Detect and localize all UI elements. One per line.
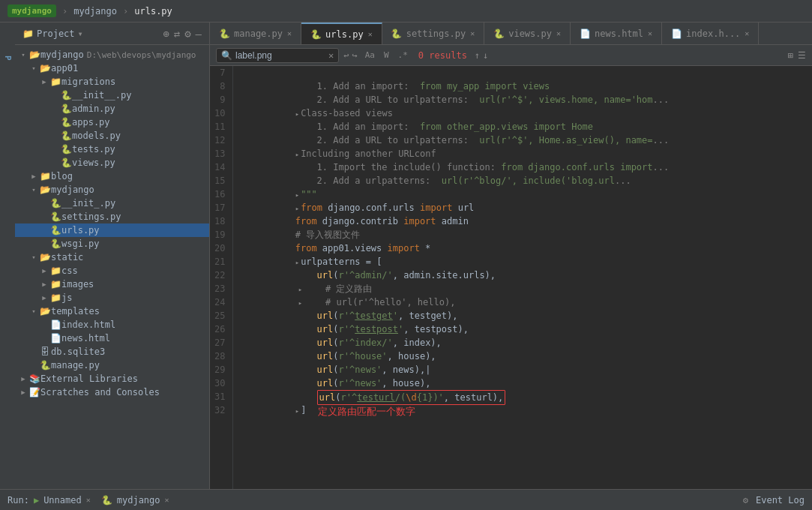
tree-migrations[interactable]: ▶ 📁 migrations	[15, 75, 209, 88]
code-line-10: 1. Add an import: from other_app.views i…	[241, 106, 805, 120]
project-panel-header: 📁 Project ▾ ⊕ ⇄ ⚙ —	[15, 22, 209, 45]
tree-mydjango-folder[interactable]: ▾ 📂 mydjango	[15, 183, 209, 196]
ln-25: 25	[214, 309, 225, 322]
tree-tests-py[interactable]: 🐍 tests.py	[15, 142, 209, 156]
ln-27: 27	[214, 336, 225, 350]
tree-apps-py[interactable]: 🐍 apps.py	[15, 116, 209, 129]
tree-css[interactable]: ▶ 📁 css	[15, 264, 209, 278]
scratches-arrow: ▶	[18, 388, 28, 396]
search-extra-btn1[interactable]: ⊞	[788, 50, 793, 61]
tree-urls-py[interactable]: 🐍 urls.py	[15, 224, 209, 237]
ln-23: 23	[214, 282, 225, 296]
regex-option[interactable]: .*	[395, 50, 411, 61]
tree-images[interactable]: ▶ 📁 images	[15, 278, 209, 291]
tab-index-html[interactable]: 📄 index.h... ✕	[662, 22, 759, 44]
tree-wsgi-py[interactable]: 🐍 wsgi.py	[15, 237, 209, 250]
ln-8: 8	[214, 80, 225, 93]
ln-12: 12	[214, 134, 225, 147]
match-case-option[interactable]: Aa	[362, 50, 378, 61]
bottom-gear-icon[interactable]: ⚙	[743, 495, 748, 506]
search-options: Aa W .*	[362, 50, 411, 61]
search-extra-btn2[interactable]: ☰	[798, 50, 806, 61]
migrations-label: migrations	[61, 76, 115, 87]
minimize-icon[interactable]: —	[196, 28, 202, 40]
tree-templates[interactable]: ▾ 📂 templates	[15, 304, 209, 318]
sync-icon[interactable]: ⇄	[174, 28, 180, 40]
ln-24: 24	[214, 296, 225, 309]
code-editor[interactable]: 7 8 9 10 11 12 13 14 15 16 17 18 19 20 2…	[210, 66, 812, 489]
tree-blog[interactable]: ▶ 📁 blog	[15, 170, 209, 183]
add-icon[interactable]: ⊕	[163, 28, 169, 40]
blog-arrow: ▶	[28, 172, 39, 180]
external-arrow: ▶	[18, 375, 28, 382]
tab-views-close[interactable]: ✕	[556, 29, 561, 38]
tree-manage-py[interactable]: 🐍 manage.py	[15, 358, 209, 372]
word-option[interactable]: W	[381, 50, 392, 61]
search-clear-icon[interactable]: ✕	[328, 50, 334, 61]
tree-scratches[interactable]: ▶ 📝 Scratches and Consoles	[15, 386, 209, 399]
tab-news-html[interactable]: 📄 news.html ✕	[571, 22, 662, 44]
event-log-label: Event Log	[756, 495, 805, 506]
ln-22: 22	[214, 268, 225, 282]
code-line-25: url(r'^testpost', testpost),	[241, 309, 805, 322]
tab-urls-close[interactable]: ✕	[368, 30, 373, 38]
editor-area: 🐍 manage.py ✕ 🐍 urls.py ✕ 🐍 settings.py …	[210, 22, 812, 489]
tab-news-label: news.html	[595, 28, 643, 39]
tree-models-py[interactable]: 🐍 models.py	[15, 129, 209, 142]
tab-index-close[interactable]: ✕	[745, 29, 749, 38]
code-line-22: ▸ # 定义路由	[241, 268, 805, 282]
project-panel: 📁 Project ▾ ⊕ ⇄ ⚙ — ▾ 📂 mydjango D:\web\…	[15, 22, 210, 489]
ln-19: 19	[214, 228, 225, 242]
tab-settings-close[interactable]: ✕	[470, 29, 475, 38]
tab-urls-py[interactable]: 🐍 urls.py ✕	[301, 22, 382, 44]
code-content[interactable]: 1. Add an import: from my_app import vie…	[233, 66, 812, 489]
tree-init-mydjango[interactable]: 🐍 __init_.py	[15, 196, 209, 210]
tree-views-py-app01[interactable]: 🐍 views.py	[15, 156, 209, 170]
settings-py-icon: 🐍	[49, 212, 61, 222]
tree-index-html[interactable]: 📄 index.html	[15, 318, 209, 332]
tab-settings-py[interactable]: 🐍 settings.py ✕	[382, 22, 485, 44]
process2-close[interactable]: ✕	[165, 496, 169, 504]
code-line-27: url(r'^house', house),	[241, 336, 805, 350]
tree-static[interactable]: ▾ 📂 static	[15, 250, 209, 264]
tab-manage-close[interactable]: ✕	[287, 29, 292, 38]
tree-settings-py[interactable]: 🐍 settings.py	[15, 210, 209, 224]
images-label: images	[61, 279, 94, 290]
css-folder-icon: 📁	[49, 266, 61, 276]
tree-root[interactable]: ▾ 📂 mydjango D:\web\devops\mydjango	[15, 48, 209, 62]
tree-db-sqlite3[interactable]: 🗄 db.sqlite3	[15, 345, 209, 358]
tree-init-py[interactable]: 🐍 __init__.py	[15, 88, 209, 102]
init-py-label: __init__.py	[72, 90, 131, 100]
tree-admin-py[interactable]: 🐍 admin.py	[15, 102, 209, 116]
static-folder-icon: 📂	[39, 252, 51, 262]
search-nav: ↩ ↪	[343, 50, 357, 61]
css-arrow: ▶	[39, 267, 49, 274]
ln-28: 28	[214, 350, 225, 363]
code-line-13: 1. Import the include() function: from d…	[241, 147, 805, 160]
code-line-12: ▸Including another URLconf	[241, 134, 805, 147]
search-prev-btn[interactable]: ↩	[343, 50, 349, 61]
search-next-btn[interactable]: ↪	[352, 50, 357, 61]
tab-views-py[interactable]: 🐍 views.py ✕	[484, 22, 571, 44]
search-input[interactable]	[235, 50, 325, 61]
tab-manage-label: manage.py	[234, 28, 283, 39]
project-icon[interactable]: P	[1, 52, 14, 64]
tree-external-libs[interactable]: ▶ 📚 External Libraries	[15, 372, 209, 386]
tree-app01[interactable]: ▾ 📂 app01	[15, 62, 209, 75]
models-py-label: models.py	[72, 130, 121, 141]
search-up-btn[interactable]: ↑	[475, 50, 480, 61]
tab-manage-py[interactable]: 🐍 manage.py ✕	[210, 22, 301, 44]
tree-news-html[interactable]: 📄 news.html	[15, 332, 209, 345]
code-line-19: from app01.views import *	[241, 228, 805, 242]
root-folder-icon: 📂	[28, 50, 40, 60]
code-line-11: 2. Add a URL to urlpatterns: url(r'^$', …	[241, 120, 805, 134]
process1-close[interactable]: ✕	[86, 496, 91, 504]
tab-news-close[interactable]: ✕	[648, 29, 652, 38]
ln-7: 7	[214, 66, 225, 80]
apps-py-label: apps.py	[72, 117, 110, 128]
search-down-btn[interactable]: ↓	[483, 50, 488, 61]
tree-js[interactable]: ▶ 📁 js	[15, 291, 209, 304]
settings-icon[interactable]: ⚙	[184, 28, 190, 40]
tests-py-label: tests.py	[72, 144, 115, 154]
code-line-7: 1. Add an import: from my_app import vie…	[241, 66, 805, 80]
